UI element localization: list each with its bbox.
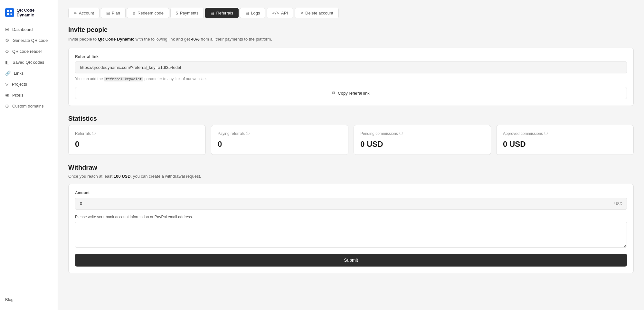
sidebar-logo: QR Code Dynamic <box>0 5 58 24</box>
logs-tab-icon: ▤ <box>245 11 249 15</box>
withdraw-card: Amount USD Please write your bank accoun… <box>68 184 634 273</box>
tab-payments[interactable]: $ Payments <box>170 8 204 18</box>
sidebar-item-generate-qr[interactable]: ⚙ Generate QR code <box>0 35 58 46</box>
stat-value-approved-commissions: 0 USD <box>503 140 627 149</box>
referral-url-display: https://qrcodedynamic.com/?referral_key=… <box>75 61 627 73</box>
sidebar-item-label: Links <box>14 71 24 76</box>
tab-plan[interactable]: ▤ Plan <box>101 8 126 18</box>
withdraw-min-amount: 100 USD <box>114 174 131 179</box>
payments-tab-icon: $ <box>176 11 178 15</box>
tab-logs[interactable]: ▤ Logs <box>240 8 265 18</box>
projects-icon: ▽ <box>5 81 9 87</box>
paying-referrals-info-icon[interactable]: ⓘ <box>246 131 250 136</box>
invite-desc-suffix: from all their payments to the platform. <box>200 37 272 42</box>
stat-label-referrals: Referrals ⓘ <box>75 131 199 136</box>
delete-tab-icon: ✕ <box>300 11 303 15</box>
dashboard-icon: ⊞ <box>5 27 9 32</box>
approved-commissions-info-icon[interactable]: ⓘ <box>544 131 548 136</box>
sidebar-item-label: Dashboard <box>12 27 33 32</box>
referral-card-label: Referral link <box>75 54 627 59</box>
sidebar-item-dashboard[interactable]: ⊞ Dashboard <box>0 24 58 35</box>
sidebar-item-label: QR code reader <box>12 49 42 54</box>
svg-rect-0 <box>5 8 14 17</box>
hint-code: referral_key=a1df <box>104 77 144 81</box>
stat-card-pending-commissions: Pending commissions ⓘ 0 USD <box>354 125 491 155</box>
svg-rect-2 <box>10 10 12 12</box>
plan-tab-icon: ▤ <box>106 11 110 15</box>
sidebar-item-label: Generate QR code <box>13 38 48 43</box>
withdraw-desc-prefix: Once you reach at least <box>68 174 114 179</box>
stat-card-approved-commissions: Approved commissions ⓘ 0 USD <box>496 125 634 155</box>
generate-qr-icon: ⚙ <box>5 38 9 43</box>
svg-rect-1 <box>7 10 9 12</box>
payment-info-textarea[interactable] <box>75 222 627 248</box>
amount-input[interactable] <box>75 198 627 210</box>
referral-link-card: Referral link https://qrcodedynamic.com/… <box>68 48 634 106</box>
stat-label-pending-commissions: Pending commissions ⓘ <box>360 131 484 136</box>
amount-label: Amount <box>75 191 627 195</box>
svg-rect-3 <box>7 13 9 15</box>
tab-referrals[interactable]: ▤ Referrals <box>205 8 239 18</box>
svg-rect-4 <box>11 14 12 15</box>
withdraw-description: Once you reach at least 100 USD, you can… <box>68 174 634 179</box>
api-tab-icon: </> <box>272 11 279 15</box>
tab-delete-account[interactable]: ✕ Delete account <box>295 8 339 18</box>
amount-currency: USD <box>614 202 622 206</box>
submit-button[interactable]: Submit <box>75 254 627 267</box>
qr-reader-icon: ⊙ <box>5 49 9 54</box>
links-icon: 🔗 <box>5 70 11 76</box>
stat-value-paying-referrals: 0 <box>218 140 342 149</box>
sidebar-item-label: Custom domains <box>12 104 44 108</box>
saved-qr-icon: ◧ <box>5 60 9 65</box>
invite-brand: QR Code Dynamic <box>98 37 134 42</box>
statistics-grid: Referrals ⓘ 0 Paying referrals ⓘ 0 Pendi… <box>68 125 634 155</box>
referrals-tab-icon: ▤ <box>211 11 214 15</box>
stat-value-referrals: 0 <box>75 140 199 149</box>
sidebar-item-blog[interactable]: Blog <box>0 294 58 305</box>
sidebar-logo-text: QR Code Dynamic <box>17 8 52 17</box>
stat-card-paying-referrals: Paying referrals ⓘ 0 <box>211 125 348 155</box>
pixels-icon: ◉ <box>5 92 9 98</box>
payment-info-label: Please write your bank account informati… <box>75 215 627 219</box>
tab-redeem-code[interactable]: ⊛ Redeem code <box>127 8 169 18</box>
tab-account[interactable]: ✏ Account <box>68 8 99 18</box>
copy-button-label: Copy referral link <box>338 91 369 96</box>
sidebar-item-links[interactable]: 🔗 Links <box>0 68 58 79</box>
sidebar-item-label: Saved QR codes <box>13 60 44 65</box>
invite-description: Invite people to QR Code Dynamic with th… <box>68 36 634 42</box>
stat-card-referrals: Referrals ⓘ 0 <box>68 125 206 155</box>
logo-icon <box>5 8 14 17</box>
stat-value-pending-commissions: 0 USD <box>360 140 484 149</box>
hint-suffix: parameter to any link of our website. <box>143 77 207 81</box>
redeem-tab-icon: ⊛ <box>132 11 136 15</box>
withdraw-desc-suffix: , you can create a withdrawal request. <box>131 174 201 179</box>
invite-desc-prefix: Invite people to <box>68 37 98 42</box>
sidebar-item-projects[interactable]: ▽ Projects <box>0 79 58 89</box>
withdraw-title: Withdraw <box>68 164 634 171</box>
invite-title: Invite people <box>68 26 634 33</box>
sidebar-item-label: Projects <box>12 82 27 87</box>
account-tab-icon: ✏ <box>74 11 77 15</box>
tab-bar: ✏ Account ▤ Plan ⊛ Redeem code $ Payment… <box>68 8 634 18</box>
invite-desc-middle: with the following link and get <box>134 37 191 42</box>
amount-input-wrapper: USD <box>75 198 627 210</box>
pending-commissions-info-icon[interactable]: ⓘ <box>399 131 403 136</box>
main-content: ✏ Account ▤ Plan ⊛ Redeem code $ Payment… <box>58 0 644 310</box>
copy-referral-link-button[interactable]: ⧉ Copy referral link <box>75 87 627 99</box>
referrals-info-icon[interactable]: ⓘ <box>92 131 96 136</box>
referral-hint: You can add the referral_key=a1df parame… <box>75 76 627 82</box>
sidebar-item-label: Pixels <box>12 93 24 98</box>
stat-label-approved-commissions: Approved commissions ⓘ <box>503 131 627 136</box>
statistics-title: Statistics <box>68 115 634 122</box>
custom-domains-icon: ⊕ <box>5 103 9 108</box>
sidebar: QR Code Dynamic ⊞ Dashboard ⚙ Generate Q… <box>0 0 58 310</box>
sidebar-item-qr-reader[interactable]: ⊙ QR code reader <box>0 46 58 57</box>
invite-percentage: 40% <box>191 37 200 42</box>
hint-prefix: You can add the <box>75 77 104 81</box>
stat-label-paying-referrals: Paying referrals ⓘ <box>218 131 342 136</box>
copy-icon: ⧉ <box>332 90 335 96</box>
sidebar-item-saved-qr[interactable]: ◧ Saved QR codes <box>0 57 58 68</box>
sidebar-item-pixels[interactable]: ◉ Pixels <box>0 89 58 100</box>
tab-api[interactable]: </> API <box>267 8 293 18</box>
sidebar-item-custom-domains[interactable]: ⊕ Custom domains <box>0 100 58 111</box>
